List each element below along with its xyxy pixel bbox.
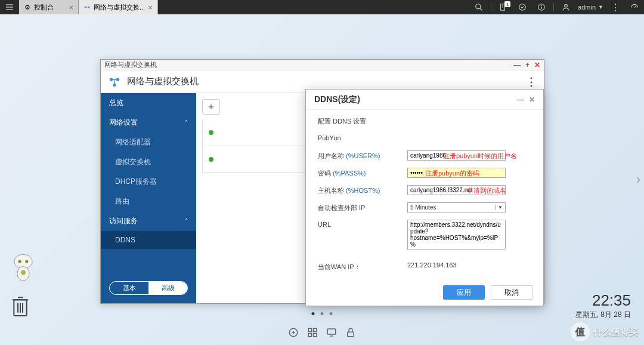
- more-button[interactable]: ⋮: [606, 0, 625, 14]
- maximize-button[interactable]: +: [525, 61, 530, 69]
- window-title: 网络与虚拟交换机: [127, 76, 199, 87]
- toggle-advanced[interactable]: 高级: [148, 282, 187, 294]
- svg-point-11: [519, 4, 526, 11]
- chevron-up-icon: ˄: [185, 218, 188, 224]
- tasks-button[interactable]: 1: [494, 0, 513, 14]
- sidebar: 总览 网络设置˄ 网络适配器 虚拟交换机 DHCP服务器 路由 访问服务˄ DD…: [101, 93, 196, 303]
- dashboard-button[interactable]: [625, 0, 644, 14]
- admin-label[interactable]: admin: [575, 4, 598, 11]
- url-textarea[interactable]: [407, 220, 506, 249]
- chevron-up-icon: ˄: [185, 119, 188, 126]
- svg-rect-41: [314, 334, 317, 337]
- chevron-down-icon: ▼: [495, 205, 503, 210]
- menu-button[interactable]: [0, 0, 19, 14]
- network-icon: [83, 4, 91, 11]
- dialog-heading: 配置 DDNS 设置: [318, 116, 407, 126]
- provider-label: PubYun: [318, 133, 407, 141]
- tab-control-panel[interactable]: ⚙ 控制台 ×: [19, 0, 79, 14]
- autocheck-select[interactable]: 5 Minutes ▼: [407, 202, 506, 212]
- mode-toggle[interactable]: 基本 高级: [109, 281, 188, 295]
- dialog-title: DDNS(设定): [314, 94, 360, 105]
- watermark: 值 什么值得买: [571, 322, 638, 341]
- status-dot: [209, 130, 213, 135]
- link-icon[interactable]: [288, 327, 299, 338]
- tab-label: 网络与虚拟交换...: [94, 3, 145, 12]
- trash-icon[interactable]: [11, 294, 30, 318]
- window-titlebar[interactable]: 网络与虚拟交换机 — + ✕: [101, 60, 544, 70]
- svg-line-7: [480, 8, 482, 11]
- svg-point-15: [565, 4, 568, 7]
- sidebar-item-ddns[interactable]: DDNS: [101, 231, 196, 249]
- badge: 1: [504, 1, 510, 7]
- svg-point-3: [85, 7, 86, 8]
- tab-label: 控制台: [34, 3, 54, 12]
- topbar: ⚙ 控制台 × 网络与虚拟交换... × 1 admi: [0, 0, 644, 14]
- user-button[interactable]: [556, 0, 575, 14]
- dot[interactable]: [330, 312, 333, 315]
- ddns-dialog: DDNS(设定) —✕ 配置 DDNS 设置 PubYun 用户名称 (%USE…: [305, 89, 544, 306]
- dot[interactable]: [312, 312, 315, 315]
- more-button[interactable]: ⋮: [526, 75, 537, 88]
- wan-ip-value: 221.220.194.163: [407, 261, 531, 269]
- svg-point-27: [18, 260, 21, 263]
- app-window: 网络与虚拟交换机 — + ✕ 网络与虚拟交换机 ⋮ 总览 网络设置˄ 网络适配器…: [100, 59, 544, 304]
- topbar-right: 1 admin ▼ ⋮: [469, 0, 644, 14]
- sidebar-item-access-services[interactable]: 访问服务˄: [101, 211, 196, 231]
- sidebar-item-dhcp[interactable]: DHCP服务器: [101, 172, 196, 192]
- window-controls: — + ✕: [513, 61, 540, 69]
- dialog-titlebar[interactable]: DDNS(设定) —✕: [306, 90, 543, 110]
- svg-line-16: [634, 6, 636, 7]
- watermark-icon: 值: [571, 322, 590, 341]
- info-button[interactable]: [532, 0, 551, 14]
- sidebar-item-network-settings[interactable]: 网络设置˄: [101, 113, 196, 133]
- cancel-button[interactable]: 取消: [491, 285, 532, 300]
- svg-rect-44: [348, 332, 354, 337]
- clock-date: 星期五, 8月 28 日: [575, 310, 631, 320]
- username-annotation: 注册pubyun时候的用户名: [443, 152, 517, 161]
- svg-rect-40: [308, 334, 311, 337]
- svg-rect-42: [327, 329, 336, 334]
- watermark-text: 什么值得买: [593, 326, 638, 338]
- network-icon: [108, 75, 121, 88]
- grid-icon[interactable]: [307, 327, 318, 338]
- pagination-dots[interactable]: [312, 312, 333, 315]
- minimize-button[interactable]: —: [513, 61, 521, 69]
- close-icon[interactable]: ×: [148, 3, 153, 12]
- minimize-button[interactable]: —: [517, 96, 524, 104]
- toggle-basic[interactable]: 基本: [110, 282, 148, 294]
- password-annotation: 注册pubyun的密码: [425, 169, 479, 178]
- svg-point-14: [541, 5, 542, 6]
- chevron-down-icon[interactable]: ▼: [598, 4, 603, 10]
- sidebar-item-overview[interactable]: 总览: [101, 93, 196, 113]
- bottom-toolbar: [288, 327, 356, 338]
- svg-rect-38: [308, 328, 311, 331]
- svg-point-30: [21, 270, 26, 275]
- close-button[interactable]: ✕: [534, 61, 540, 69]
- status-dot: [209, 157, 213, 162]
- svg-rect-39: [314, 328, 317, 331]
- apply-button[interactable]: 应用: [443, 285, 485, 300]
- next-desktop-button[interactable]: ›: [636, 172, 640, 187]
- monitor-icon[interactable]: [326, 327, 337, 338]
- close-button[interactable]: ✕: [529, 96, 535, 104]
- search-button[interactable]: [469, 0, 488, 14]
- svg-point-4: [88, 7, 90, 8]
- main-content: DDNS(设定) —✕ 配置 DDNS 设置 PubYun 用户名称 (%USE…: [196, 93, 544, 303]
- add-button[interactable]: [202, 99, 220, 115]
- tab-network-switch[interactable]: 网络与虚拟交换... ×: [79, 0, 158, 14]
- sidebar-item-adapters[interactable]: 网络适配器: [101, 133, 196, 152]
- svg-point-6: [476, 4, 481, 9]
- sidebar-item-route[interactable]: 路由: [101, 192, 196, 211]
- gear-icon: ⚙: [24, 4, 31, 11]
- sidebar-item-vswitch[interactable]: 虚拟交换机: [101, 152, 196, 172]
- lock-icon[interactable]: [345, 327, 356, 338]
- window-titlebar-text: 网络与虚拟交换机: [104, 60, 157, 69]
- svg-point-28: [25, 260, 28, 263]
- desktop: 网络与虚拟交换机 — + ✕ 网络与虚拟交换机 ⋮ 总览 网络设置˄ 网络适配器…: [0, 14, 644, 345]
- close-icon[interactable]: ×: [69, 3, 73, 12]
- devices-button[interactable]: [513, 0, 532, 14]
- assistant-icon[interactable]: [11, 252, 36, 282]
- hostname-annotation: 申请到的域名: [467, 186, 506, 195]
- clock-time: 22:35: [575, 291, 631, 310]
- dot[interactable]: [321, 312, 324, 315]
